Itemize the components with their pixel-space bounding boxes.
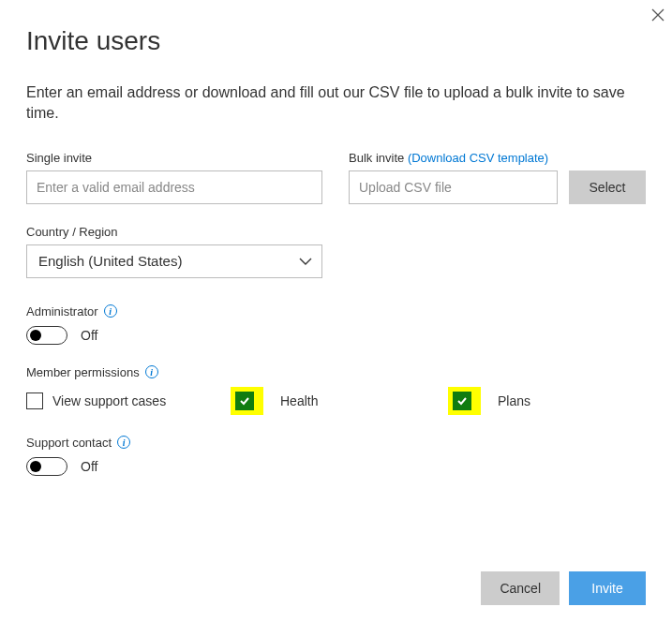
close-button[interactable] xyxy=(648,4,668,28)
bulk-invite-file-input[interactable] xyxy=(349,170,558,204)
country-region-label: Country / Region xyxy=(26,225,646,239)
member-permissions-label: Member permissions xyxy=(26,365,140,379)
permission-label: Health xyxy=(280,393,318,408)
dialog-title: Invite users xyxy=(26,26,646,56)
dialog-description: Enter an email address or download and f… xyxy=(26,82,646,125)
checkmark-icon xyxy=(455,394,469,407)
permission-health: Health xyxy=(231,387,448,415)
close-icon xyxy=(651,8,665,22)
highlight-marker xyxy=(231,387,263,415)
checkmark-icon xyxy=(238,394,251,407)
permission-label: Plans xyxy=(498,393,530,408)
support-contact-label: Support contact xyxy=(26,436,112,450)
invite-button[interactable]: Invite xyxy=(569,571,646,605)
administrator-section: Administrator i Off xyxy=(26,304,646,345)
permission-plans: Plans xyxy=(448,387,530,415)
plans-checkbox[interactable] xyxy=(453,392,471,410)
support-contact-section: Support contact i Off xyxy=(26,436,646,476)
dialog-footer: Cancel Invite xyxy=(481,571,646,605)
administrator-label: Administrator xyxy=(26,304,98,318)
single-invite-label: Single invite xyxy=(26,151,322,165)
administrator-toggle-state: Off xyxy=(81,328,97,343)
info-icon[interactable]: i xyxy=(104,304,117,318)
download-csv-template-link[interactable]: (Download CSV template) xyxy=(408,151,548,165)
info-icon[interactable]: i xyxy=(117,436,130,449)
country-region-selected-value: English (United States) xyxy=(38,253,182,269)
cancel-button[interactable]: Cancel xyxy=(481,571,560,605)
support-contact-toggle[interactable] xyxy=(26,457,67,476)
bulk-invite-section: Bulk invite (Download CSV template) Sele… xyxy=(349,151,646,204)
health-checkbox[interactable] xyxy=(235,392,254,410)
country-region-select[interactable]: English (United States) xyxy=(26,244,322,278)
info-icon[interactable]: i xyxy=(145,365,158,378)
permission-view-support-cases: View support cases xyxy=(26,392,231,409)
toggle-knob xyxy=(30,330,41,341)
single-invite-section: Single invite xyxy=(26,151,322,204)
bulk-invite-label: Bulk invite xyxy=(349,151,404,165)
toggle-knob xyxy=(30,461,41,472)
invite-users-dialog: Invite users Enter an email address or d… xyxy=(0,0,672,622)
invite-inputs-row: Single invite Bulk invite (Download CSV … xyxy=(26,151,646,204)
single-invite-email-input[interactable] xyxy=(26,170,322,204)
administrator-toggle[interactable] xyxy=(26,326,67,345)
member-permissions-section: Member permissions i View support cases … xyxy=(26,365,646,415)
view-support-cases-checkbox[interactable] xyxy=(26,392,43,409)
country-region-section: Country / Region English (United States) xyxy=(26,225,646,278)
select-file-button[interactable]: Select xyxy=(569,170,646,204)
highlight-marker xyxy=(448,387,481,415)
permission-label: View support cases xyxy=(52,393,166,408)
support-contact-toggle-state: Off xyxy=(81,459,97,474)
bulk-invite-label-row: Bulk invite (Download CSV template) xyxy=(349,151,646,165)
